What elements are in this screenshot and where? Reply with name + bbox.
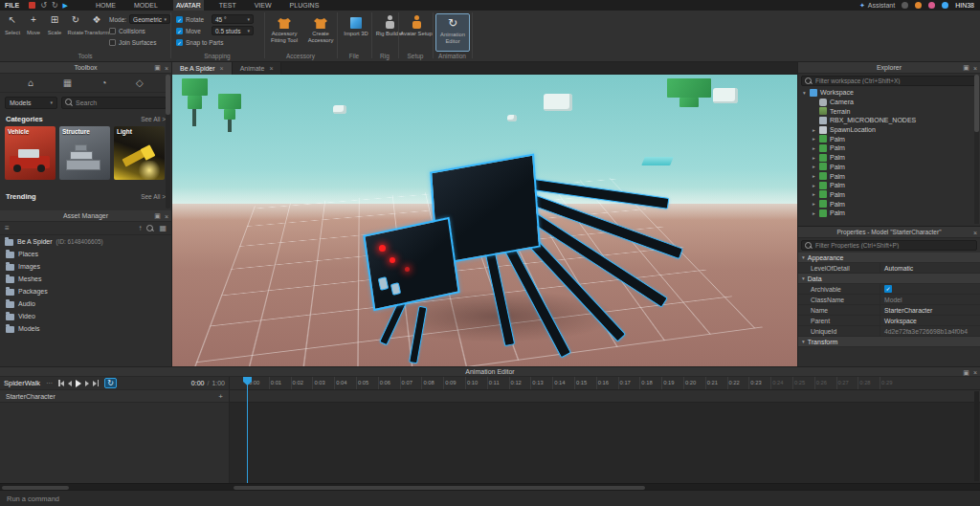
timeline-tick[interactable]: 0:09 bbox=[443, 377, 465, 389]
clip-menu-icon[interactable]: ⋯ bbox=[46, 380, 53, 387]
tree[interactable] bbox=[218, 94, 241, 109]
timeline-tick[interactable]: 0:18 bbox=[639, 377, 661, 389]
toolbox-search[interactable] bbox=[61, 97, 167, 109]
snap-rotate-checkbox[interactable]: ✓ bbox=[176, 16, 183, 23]
loop-toggle[interactable]: ↻ bbox=[104, 378, 117, 388]
rock[interactable] bbox=[544, 94, 572, 111]
expand-arrow-icon[interactable]: ▸ bbox=[813, 210, 819, 216]
snap-to-parts-checkbox[interactable]: ✓ bbox=[176, 39, 183, 46]
tool-button[interactable]: ⊞ Scale bbox=[44, 12, 65, 47]
step-back-button[interactable] bbox=[68, 381, 72, 386]
timeline-tick[interactable]: 0:07 bbox=[400, 377, 422, 389]
rotate-step-dropdown[interactable]: 45 °▾ bbox=[212, 14, 254, 24]
property-row[interactable]: Parent ✓ Workspace bbox=[798, 316, 980, 326]
property-row[interactable]: LevelOfDetail ✓ Automatic bbox=[798, 263, 980, 274]
explorer-item[interactable]: Terrain bbox=[798, 106, 980, 116]
expand-arrow-icon[interactable]: ▸ bbox=[813, 164, 819, 169]
ribbon-tab[interactable]: HOME bbox=[93, 0, 119, 11]
username-label[interactable]: HIN38 bbox=[955, 2, 974, 9]
property-row[interactable]: ClassName ✓ Model bbox=[798, 295, 980, 305]
avatar-setup-button[interactable]: Avatar Setup bbox=[399, 13, 434, 52]
explorer-item[interactable]: ▸ Palm bbox=[798, 190, 980, 200]
timeline-tick[interactable]: 0:10 bbox=[465, 377, 487, 389]
expand-arrow-icon[interactable]: ▸ bbox=[813, 136, 819, 142]
asset-folder-row[interactable]: Video bbox=[0, 310, 171, 322]
document-tab[interactable]: Be A Spider × bbox=[172, 62, 233, 75]
property-row[interactable]: Archivable ✓ bbox=[798, 284, 980, 295]
explorer-item[interactable]: ▸ Palm bbox=[798, 209, 980, 218]
expand-arrow-icon[interactable]: ▸ bbox=[813, 155, 819, 161]
timeline-tick[interactable]: 0:13 bbox=[530, 377, 552, 389]
explorer-item[interactable]: ▸ Palm bbox=[798, 199, 980, 209]
collaborator-avatar[interactable] bbox=[902, 2, 908, 9]
collaborator-avatar[interactable] bbox=[915, 2, 922, 9]
timeline-tick[interactable]: 0:05 bbox=[356, 377, 378, 389]
ribbon-tab[interactable]: VIEW bbox=[252, 0, 275, 11]
grid-view-icon[interactable]: ▦ bbox=[159, 224, 167, 232]
close-icon[interactable]: × bbox=[973, 230, 977, 236]
explorer-filter[interactable] bbox=[801, 76, 977, 86]
play-button[interactable] bbox=[76, 380, 81, 387]
dock-icon[interactable]: ▣ bbox=[154, 212, 161, 220]
explorer-item[interactable]: ▾ Workspace bbox=[798, 88, 980, 98]
timeline-tick[interactable]: 0:23 bbox=[748, 377, 770, 389]
timeline-tick[interactable]: 0:02 bbox=[291, 377, 313, 389]
dock-icon[interactable]: ▣ bbox=[963, 64, 969, 72]
go-to-start-button[interactable] bbox=[58, 380, 64, 386]
see-all-link[interactable]: See All > bbox=[141, 116, 166, 122]
collisions-checkbox[interactable] bbox=[109, 28, 116, 34]
close-tab-icon[interactable]: × bbox=[269, 65, 273, 72]
timeline-tick[interactable]: 0:03 bbox=[312, 377, 334, 389]
ribbon-tab[interactable]: AVATAR bbox=[173, 0, 204, 11]
folder-up-icon[interactable]: ↑ bbox=[138, 224, 142, 232]
property-row[interactable]: UniqueId ✓ 4d2e72fa3e726698b1a4f0b4 bbox=[798, 326, 980, 337]
undo-icon[interactable]: ↺ bbox=[40, 1, 47, 10]
expand-arrow-icon[interactable]: ▸ bbox=[813, 145, 819, 151]
timeline-tick[interactable]: 0:11 bbox=[487, 377, 509, 389]
scrollbar[interactable] bbox=[974, 391, 979, 481]
command-input[interactable] bbox=[7, 495, 973, 503]
timeline-tick[interactable]: 0:08 bbox=[421, 377, 443, 389]
scrollbar[interactable] bbox=[974, 75, 979, 224]
explorer-item[interactable]: Camera bbox=[798, 98, 980, 107]
tool-button[interactable]: ↻ Rotate bbox=[65, 12, 86, 47]
tool-button[interactable]: + Move bbox=[23, 12, 44, 47]
mode-dropdown[interactable]: Geometric▾ bbox=[129, 14, 170, 24]
close-icon[interactable]: × bbox=[165, 65, 168, 72]
property-row[interactable]: Name ✓ StarterCharacter bbox=[798, 305, 980, 316]
expand-arrow-icon[interactable]: ▸ bbox=[813, 201, 819, 207]
expand-arrow-icon[interactable]: ▸ bbox=[813, 183, 819, 188]
timeline-tick[interactable]: 0:04 bbox=[334, 377, 356, 389]
scrollbar[interactable] bbox=[166, 75, 170, 209]
step-forward-button[interactable] bbox=[85, 381, 89, 386]
timeline-scrubber[interactable] bbox=[247, 377, 248, 483]
timeline-tick[interactable]: 0:06 bbox=[378, 377, 400, 389]
toolbox-tab-creations[interactable]: ◇ bbox=[136, 77, 144, 88]
timeline-tick[interactable]: 0:19 bbox=[661, 377, 683, 389]
timeline-track-row[interactable] bbox=[230, 390, 980, 403]
timeline-tick[interactable]: 0:24 bbox=[770, 377, 792, 389]
clip-name[interactable]: SpiderWalk bbox=[4, 379, 40, 387]
add-track-button[interactable]: + bbox=[218, 392, 223, 401]
asset-folder-row[interactable]: Places bbox=[0, 248, 171, 260]
ribbon-tab[interactable]: TEST bbox=[216, 0, 239, 11]
checkbox[interactable]: ✓ bbox=[884, 285, 892, 293]
go-to-end-button[interactable] bbox=[93, 380, 99, 386]
toolbox-tab-inventory[interactable]: ▦ bbox=[63, 77, 72, 88]
toolbox-tab-marketplace[interactable]: ⌂ bbox=[28, 77, 33, 88]
properties-filter-input[interactable] bbox=[815, 242, 973, 249]
timeline-tick[interactable]: 0:16 bbox=[596, 377, 618, 389]
search-input[interactable] bbox=[76, 99, 163, 106]
toolbox-category-card[interactable]: Light bbox=[114, 126, 165, 180]
close-icon[interactable]: × bbox=[973, 65, 977, 72]
timeline-tick[interactable]: 0:28 bbox=[858, 377, 880, 389]
explorer-item[interactable]: ▸ SpawnLocation bbox=[798, 125, 980, 135]
animation-timeline[interactable]: 0:000:010:020:030:040:050:060:070:080:09… bbox=[230, 377, 980, 483]
search-icon[interactable] bbox=[146, 225, 154, 232]
track-row[interactable]: StarterCharacter + bbox=[0, 390, 229, 403]
document-tab[interactable]: Animate × bbox=[233, 62, 282, 75]
scrollbar-thumb[interactable] bbox=[234, 486, 645, 490]
expand-arrow-icon[interactable]: ▸ bbox=[813, 127, 819, 133]
timeline-tick[interactable]: 0:29 bbox=[880, 377, 902, 389]
asset-folder-row[interactable]: Meshes bbox=[0, 273, 171, 285]
